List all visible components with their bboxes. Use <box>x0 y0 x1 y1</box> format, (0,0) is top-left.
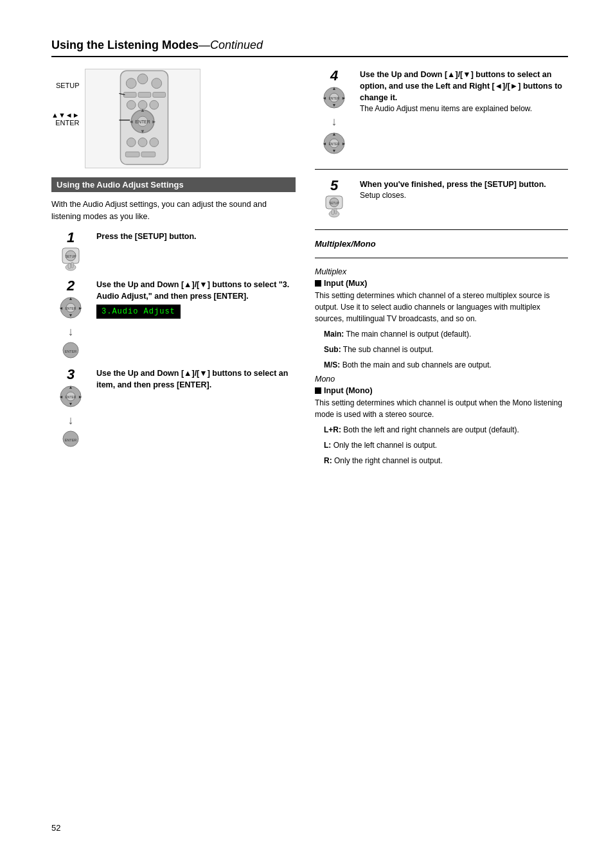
step-4-icon-col: 4 ▲ ▼ ◄ ► ENTER ↓ ▲ ▼ <box>315 69 353 159</box>
step-2: 2 ▲ ▼ ◄ ► ENTER ↓ <box>51 279 296 360</box>
lr-text: Both the left and right channels are out… <box>343 425 519 434</box>
page-number-text: 52 <box>51 823 60 833</box>
svg-text:ENTER: ENTER <box>66 395 76 399</box>
svg-point-19 <box>127 100 136 109</box>
input-mono-label: Input (Mono) <box>324 386 373 395</box>
page-number: 52 <box>51 823 60 833</box>
two-column-layout: SETUP ▲▼◄►ENTER <box>51 69 568 470</box>
svg-point-30 <box>138 138 147 147</box>
continued-text: —Continued <box>199 39 263 51</box>
svg-text:▼: ▼ <box>332 103 337 107</box>
main-label: Main: <box>324 330 344 339</box>
step-4: 4 ▲ ▼ ◄ ► ENTER ↓ ▲ ▼ <box>315 69 568 159</box>
svg-text:ENTER: ENTER <box>135 120 150 124</box>
setup-button-icon-step5: SETUP <box>321 195 348 219</box>
svg-text:◄: ◄ <box>323 96 327 100</box>
main-line: Main: The main channel is output (defaul… <box>324 328 568 340</box>
title-text: Using the Listening Modes <box>51 39 199 51</box>
r-line: R: Only the right channel is output. <box>324 455 568 466</box>
step-3: 3 ▲ ▼ ◄ ► ENTER ↓ ENTER <box>51 368 296 448</box>
enter-label: ▲▼◄►ENTER <box>51 111 80 127</box>
black-square-icon-2 <box>315 387 321 394</box>
right-column: 4 ▲ ▼ ◄ ► ENTER ↓ ▲ ▼ <box>315 69 568 470</box>
svg-text:ENTER: ENTER <box>65 350 77 353</box>
svg-rect-40 <box>68 263 71 269</box>
step-3-number: 3 <box>67 368 75 382</box>
l-label: L: <box>324 441 331 450</box>
svg-point-21 <box>149 100 158 109</box>
svg-text:◄: ◄ <box>323 141 327 146</box>
remote-image: ▲ ▼ ◄ ► ENTER <box>85 69 200 168</box>
svg-text:►: ► <box>78 394 83 399</box>
mono-heading: Mono <box>315 375 568 384</box>
left-column: SETUP ▲▼◄►ENTER <box>51 69 296 470</box>
nav-cluster-icon-step4b: ▲ ▼ ◄ ► ENTER <box>318 130 350 159</box>
l-line: L: Only the left channel is output. <box>324 439 568 451</box>
sub-text: The sub channel is output. <box>343 345 434 354</box>
divider-3 <box>315 258 568 258</box>
svg-text:►: ► <box>78 306 83 310</box>
input-mux-heading: Input (Mux) <box>315 279 568 288</box>
svg-rect-18 <box>152 93 165 98</box>
step-1-number: 1 <box>67 231 75 245</box>
page-title: Using the Listening Modes—Continued <box>51 39 568 57</box>
svg-text:►: ► <box>342 96 346 100</box>
svg-point-13 <box>126 78 136 89</box>
svg-text:▲: ▲ <box>332 86 337 91</box>
multiplex-mono-section: Multiplex/Mono Multiplex Input (Mux) Thi… <box>315 239 568 466</box>
setup-label: SETUP <box>51 82 80 89</box>
page: Using the Listening Modes—Continued SETU… <box>0 0 613 868</box>
ms-label: M/S: <box>324 360 340 369</box>
input-mono-heading: Input (Mono) <box>315 386 568 395</box>
sub-label: Sub: <box>324 345 341 354</box>
step-4-number: 4 <box>330 69 338 83</box>
nav-cluster-icon-step3a: ▲ ▼ ◄ ► ENTER <box>55 384 87 412</box>
svg-text:►: ► <box>342 141 346 146</box>
enter-button-icon-step3: ENTER <box>55 429 87 448</box>
lr-label: L+R: <box>324 425 341 434</box>
svg-text:▼: ▼ <box>69 313 73 317</box>
step-5: 5 SETUP When you've finished, press the … <box>315 179 568 219</box>
step-2-number: 2 <box>67 279 75 293</box>
ms-line: M/S: Both the main and sub channels are … <box>324 359 568 371</box>
svg-text:ENTER: ENTER <box>329 142 340 146</box>
step-5-icon-col: 5 SETUP <box>315 179 353 219</box>
nav-cluster-icon-step4a: ▲ ▼ ◄ ► ENTER <box>318 85 350 113</box>
svg-text:▼: ▼ <box>332 148 337 153</box>
svg-point-29 <box>127 138 136 147</box>
input-mono-text: This setting determines which channel is… <box>315 397 568 420</box>
nav-cluster-icon-step2a: ▲ ▼ ◄ ► ENTER <box>55 295 87 323</box>
svg-text:◄: ◄ <box>59 394 64 399</box>
svg-rect-33 <box>141 152 155 157</box>
step-1-text: Press the [SETUP] button. <box>96 231 296 242</box>
divider-1 <box>315 169 568 170</box>
intro-text: With the Audio Adjust settings, you can … <box>51 199 296 223</box>
svg-text:ENTER: ENTER <box>66 306 76 310</box>
svg-text:◄: ◄ <box>129 119 134 125</box>
step-2-icon-col: 2 ▲ ▼ ◄ ► ENTER ↓ <box>51 279 90 360</box>
main-text: The main channel is output (default). <box>346 330 471 339</box>
svg-text:▼: ▼ <box>69 402 73 406</box>
r-label: R: <box>324 456 332 465</box>
step-1-text-col: Press the [SETUP] button. <box>96 231 296 242</box>
svg-rect-78 <box>332 209 334 215</box>
step-1-icon-col: 1 SETUP <box>51 231 90 271</box>
step-2-text-col: Use the Up and Down [▲]/[▼] buttons to s… <box>96 279 296 319</box>
step-4-text: Use the Up and Down [▲]/[▼] buttons to s… <box>360 69 568 103</box>
svg-text:▲: ▲ <box>69 385 73 389</box>
svg-rect-32 <box>125 152 139 157</box>
r-text: Only the right channel is output. <box>334 456 443 465</box>
step-3-text: Use the Up and Down [▲]/[▼] buttons to s… <box>96 368 296 391</box>
step-5-text: When you've finished, press the [SETUP] … <box>360 179 568 190</box>
down-arrow-step4: ↓ <box>332 115 337 128</box>
svg-rect-17 <box>138 93 151 98</box>
l-text: Only the left channel is output. <box>333 441 437 450</box>
step-5-text-col: When you've finished, press the [SETUP] … <box>360 179 568 201</box>
down-arrow-step2: ↓ <box>68 325 74 339</box>
ms-text: Both the main and sub channels are outpu… <box>342 360 492 369</box>
audio-adjust-label: Using the Audio Adjust Settings <box>57 180 184 190</box>
svg-rect-79 <box>335 208 337 214</box>
svg-text:▲: ▲ <box>140 107 145 113</box>
step-4-text-col: Use the Up and Down [▲]/[▼] buttons to s… <box>360 69 568 114</box>
setup-button-icon: SETUP <box>57 247 84 271</box>
